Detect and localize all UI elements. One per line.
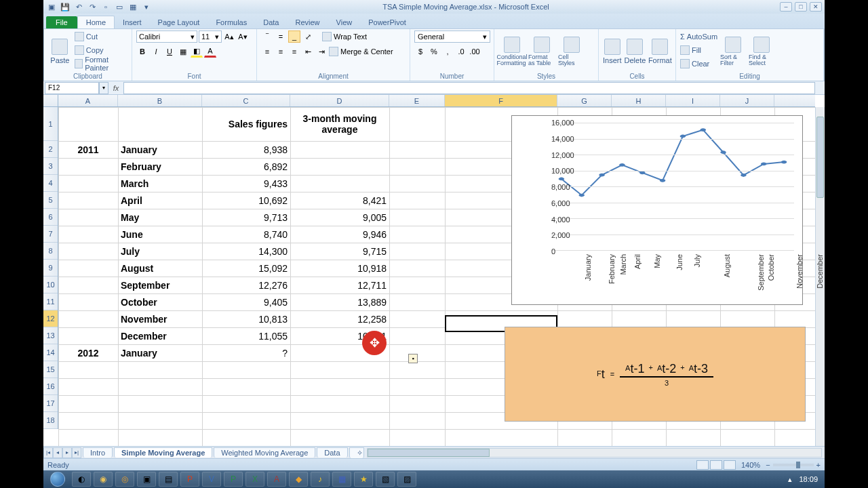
formula-input[interactable]: [123, 82, 815, 94]
fill-color-button[interactable]: ◧: [191, 45, 203, 58]
align-bottom-button[interactable]: _: [288, 30, 300, 43]
close-button[interactable]: ✕: [810, 2, 822, 12]
align-middle-button[interactable]: =: [275, 30, 287, 43]
delete-cells-button[interactable]: Delete: [625, 30, 646, 73]
select-all-corner[interactable]: [43, 95, 58, 107]
decrease-indent-button[interactable]: ⇤: [302, 45, 314, 58]
row-header-18[interactable]: 18: [43, 412, 58, 429]
taskbar-chrome[interactable]: ◉: [94, 472, 113, 487]
cell-C9[interactable]: 15,092: [202, 260, 290, 277]
border-button[interactable]: ▦: [177, 45, 189, 58]
row-header-7[interactable]: 7: [43, 226, 58, 243]
decrease-decimal-button[interactable]: .00: [469, 45, 481, 58]
taskbar-app-15[interactable]: ▧: [376, 472, 395, 487]
format-painter-button[interactable]: Format Painter: [75, 58, 127, 70]
cell-D10[interactable]: 12,711: [290, 277, 389, 293]
col-header-I[interactable]: I: [666, 95, 720, 106]
sheet-tab-weighted-moving-average[interactable]: Weighted Moving Average: [214, 447, 315, 458]
cell-C10[interactable]: 12,276: [202, 277, 290, 293]
clear-button[interactable]: Clear: [680, 58, 717, 70]
font-name-select[interactable]: Calibri▾: [136, 30, 197, 43]
row-header-3[interactable]: 3: [43, 158, 58, 175]
row-header-16[interactable]: 16: [43, 378, 58, 395]
currency-button[interactable]: $: [414, 45, 427, 58]
row-header-2[interactable]: 2: [43, 141, 58, 158]
font-size-select[interactable]: 11▾: [199, 30, 222, 43]
autofill-options-icon[interactable]: ▪: [408, 354, 418, 363]
taskbar-app-13[interactable]: ▦: [332, 472, 351, 487]
comma-button[interactable]: ,: [441, 45, 454, 58]
col-header-F[interactable]: F: [445, 95, 557, 106]
col-header-H[interactable]: H: [612, 95, 666, 106]
merge-center-button[interactable]: Merge & Center: [329, 45, 393, 58]
decrease-font-button[interactable]: A▾: [237, 30, 249, 43]
cell-B14[interactable]: January: [118, 344, 202, 361]
cell-D5[interactable]: 8,421: [290, 192, 389, 209]
align-right-button[interactable]: ≡: [288, 45, 300, 58]
cell-D11[interactable]: 13,889: [290, 293, 389, 310]
tab-powerpivot[interactable]: PowerPivot: [360, 16, 414, 28]
vscroll-thumb[interactable]: [816, 117, 824, 198]
cell-C1[interactable]: Sales figures: [202, 107, 290, 141]
taskbar-visio[interactable]: V: [202, 472, 221, 487]
row-header-10[interactable]: 10: [43, 277, 58, 293]
wrap-text-button[interactable]: Wrap Text: [322, 30, 367, 43]
cell-C3[interactable]: 6,892: [202, 158, 290, 175]
cell-B12[interactable]: November: [118, 310, 202, 327]
increase-indent-button[interactable]: ⇥: [315, 45, 328, 58]
cell-C11[interactable]: 9,405: [202, 293, 290, 310]
row-header-14[interactable]: 14: [43, 344, 58, 361]
page-break-view-button[interactable]: [724, 460, 736, 470]
cell-B9[interactable]: August: [118, 260, 202, 277]
taskbar-app-5[interactable]: ▤: [159, 472, 178, 487]
row-header-5[interactable]: 5: [43, 192, 58, 209]
tab-page-layout[interactable]: Page Layout: [150, 16, 208, 28]
zoom-in-button[interactable]: +: [816, 461, 821, 469]
taskbar-app-11[interactable]: ◆: [289, 472, 308, 487]
row-header-12[interactable]: 12: [43, 310, 58, 327]
row-header-1[interactable]: 1: [43, 107, 58, 141]
row-header-15[interactable]: 15: [43, 361, 58, 378]
taskbar-clock[interactable]: 18:09: [795, 475, 822, 483]
name-box[interactable]: F12: [45, 82, 99, 94]
name-box-dropdown[interactable]: ▾: [99, 82, 108, 94]
paste-button[interactable]: Paste: [48, 30, 72, 73]
embedded-chart[interactable]: 02,0004,0006,0008,00010,00012,00014,0001…: [511, 115, 803, 305]
format-cells-button[interactable]: Format: [648, 30, 671, 73]
fx-button[interactable]: fx: [110, 82, 122, 94]
hscroll-thumb[interactable]: [368, 449, 490, 457]
row-header-8[interactable]: 8: [43, 243, 58, 260]
tab-home[interactable]: Home: [77, 16, 115, 28]
increase-decimal-button[interactable]: .0: [455, 45, 467, 58]
zoom-out-button[interactable]: −: [766, 461, 770, 469]
col-header-J[interactable]: J: [720, 95, 774, 106]
cell-C12[interactable]: 10,813: [202, 310, 290, 327]
normal-view-button[interactable]: [696, 460, 709, 470]
cell-C14[interactable]: ?: [202, 344, 290, 361]
zoom-slider[interactable]: [773, 464, 814, 466]
taskbar-app-14[interactable]: ★: [354, 472, 373, 487]
undo-icon[interactable]: ↶: [73, 1, 84, 12]
sheet-nav-first[interactable]: |◂: [43, 447, 53, 458]
number-format-select[interactable]: General▾: [414, 30, 490, 43]
copy-button[interactable]: Copy: [75, 44, 127, 56]
tab-formulas[interactable]: Formulas: [208, 16, 255, 28]
row-header-13[interactable]: 13: [43, 327, 58, 344]
find-select-button[interactable]: Find & Select: [749, 30, 774, 73]
start-button[interactable]: [46, 470, 69, 488]
row-header-11[interactable]: 11: [43, 293, 58, 310]
tray-icon[interactable]: ▴: [788, 475, 792, 484]
insert-cells-button[interactable]: Insert: [603, 30, 622, 73]
print-preview-icon[interactable]: ▦: [127, 1, 138, 12]
tab-review[interactable]: Review: [287, 16, 328, 28]
col-header-B[interactable]: B: [118, 95, 202, 106]
row-header-9[interactable]: 9: [43, 260, 58, 277]
taskbar-app-16[interactable]: ▨: [397, 472, 416, 487]
autosum-button[interactable]: ΣAutoSum: [680, 30, 717, 43]
sheet-tab-intro[interactable]: Intro: [83, 447, 113, 458]
underline-button[interactable]: U: [163, 45, 176, 58]
row-header-17[interactable]: 17: [43, 395, 58, 412]
col-header-D[interactable]: D: [290, 95, 389, 106]
cell-C2[interactable]: 8,938: [202, 141, 290, 158]
cell-D9[interactable]: 10,918: [290, 260, 389, 277]
